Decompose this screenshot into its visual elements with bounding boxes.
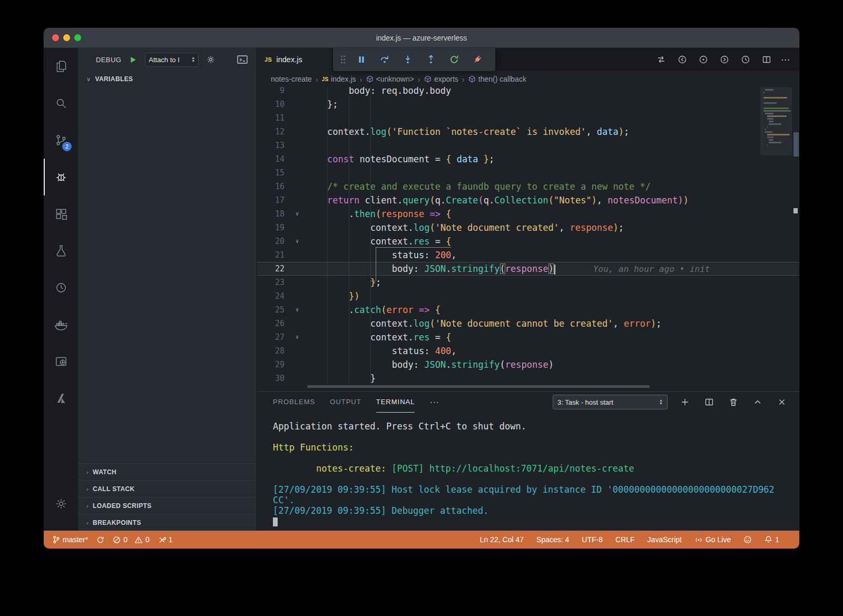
- gitlens-compare-icon[interactable]: [697, 53, 710, 66]
- fold-chevron-icon[interactable]: ∨: [289, 303, 306, 317]
- cursor-position[interactable]: Ln 22, Col 47: [480, 535, 524, 544]
- breadcrumb-item[interactable]: <unknown>: [366, 75, 414, 83]
- code-line[interactable]: 20∨ context.res = {: [257, 234, 799, 248]
- git-branch-indicator[interactable]: master*: [52, 535, 88, 544]
- code-line[interactable]: 11: [257, 111, 799, 125]
- line-content: const notesDocument = { data };: [306, 152, 494, 166]
- activity-docker[interactable]: [44, 306, 78, 343]
- language-mode[interactable]: JavaScript: [648, 535, 682, 544]
- debug-settings-gear-icon[interactable]: [206, 55, 215, 64]
- close-panel-icon[interactable]: [775, 395, 789, 409]
- code-line[interactable]: 16 /* create and execute a faundb query …: [257, 180, 799, 193]
- fold-chevron-icon[interactable]: ∨: [289, 207, 306, 221]
- notifications-bell[interactable]: 1: [764, 535, 779, 544]
- minimap[interactable]: [760, 87, 792, 391]
- activity-preview[interactable]: [44, 343, 78, 380]
- code-line[interactable]: 27∨ context.res = {: [257, 330, 799, 344]
- panel-tab-terminal[interactable]: TERMINAL: [376, 392, 415, 413]
- toolbar-drag-handle[interactable]: [336, 48, 350, 71]
- terminal-output[interactable]: Application started. Press Ctrl+C to shu…: [257, 413, 799, 531]
- panel-tab-output[interactable]: OUTPUT: [330, 392, 361, 413]
- sidebar-section-loaded-scripts[interactable]: ›LOADED SCRIPTS: [78, 497, 257, 514]
- start-debug-button[interactable]: [129, 55, 138, 64]
- fold-gutter: [289, 111, 306, 125]
- variables-section-header[interactable]: ∨ VARIABLES: [78, 71, 257, 87]
- activity-azure[interactable]: [44, 380, 78, 417]
- step-into-icon[interactable]: [396, 48, 419, 71]
- sync-changes-button[interactable]: [96, 536, 104, 544]
- code-editor[interactable]: 9 body: req.body.body10 };1112 context.l…: [257, 87, 799, 391]
- code-line[interactable]: 22 body: JSON.stringify(response)You, an…: [257, 262, 799, 276]
- horizontal-scrollbar[interactable]: [307, 385, 650, 388]
- code-line[interactable]: 18∨ .then(response => {: [257, 207, 799, 221]
- code-line[interactable]: 15: [257, 166, 799, 180]
- sidebar-section-call-stack[interactable]: ›CALL STACK: [78, 480, 257, 497]
- breadcrumb-item[interactable]: JSindex.js: [322, 75, 356, 83]
- eol-setting[interactable]: CRLF: [615, 535, 635, 544]
- debug-console-icon[interactable]: [237, 54, 248, 65]
- code-line[interactable]: 10 };: [257, 97, 799, 111]
- maximize-panel-icon[interactable]: [751, 395, 764, 409]
- step-over-icon[interactable]: [373, 48, 396, 71]
- tools-indicator[interactable]: 1: [158, 535, 173, 544]
- open-changes-icon[interactable]: [654, 53, 668, 66]
- step-out-icon[interactable]: [419, 48, 443, 71]
- scrollbar-thumb[interactable]: [793, 132, 799, 157]
- activity-extensions[interactable]: [44, 195, 78, 232]
- code-line[interactable]: 28 status: 400,: [257, 344, 799, 358]
- code-line[interactable]: 26 context.log('Note document cannot be …: [257, 317, 799, 330]
- activity-test[interactable]: [44, 232, 78, 269]
- terminal-selector-dropdown[interactable]: 3: Task - host start ▲▼: [553, 395, 668, 409]
- code-line[interactable]: 29 body: JSON.stringify(response): [257, 358, 799, 371]
- breadcrumb-item[interactable]: exports: [424, 75, 458, 83]
- code-line[interactable]: 17 return client.query(q.Create(q.Collec…: [257, 193, 799, 207]
- split-editor-icon[interactable]: [760, 53, 773, 66]
- debug-configuration-dropdown[interactable]: Attach to I ▲▼: [145, 53, 199, 67]
- split-terminal-icon[interactable]: [702, 395, 716, 409]
- disconnect-icon[interactable]: [466, 48, 489, 71]
- code-line[interactable]: 14 const notesDocument = { data };: [257, 152, 799, 166]
- code-line[interactable]: 24 }): [257, 289, 799, 303]
- line-number: 17: [257, 193, 289, 207]
- activity-explorer[interactable]: [44, 48, 78, 85]
- tab-index-js[interactable]: JS index.js: [257, 48, 332, 71]
- minimize-window-button[interactable]: [63, 34, 70, 41]
- code-line[interactable]: 23 };: [257, 276, 799, 289]
- panel-tab-problems[interactable]: PROBLEMS: [273, 392, 315, 413]
- breadcrumb-item[interactable]: then() callback: [468, 75, 526, 83]
- code-line[interactable]: 21 status: 200,: [257, 248, 799, 262]
- go-live-button[interactable]: Go Live: [694, 535, 731, 544]
- code-line[interactable]: 30 }: [257, 371, 799, 385]
- encoding-setting[interactable]: UTF-8: [582, 535, 603, 544]
- activity-debug[interactable]: [44, 159, 78, 195]
- fold-chevron-icon[interactable]: ∨: [289, 330, 306, 344]
- kill-terminal-trash-icon[interactable]: [727, 395, 740, 409]
- code-line[interactable]: 13: [257, 139, 799, 152]
- activity-search[interactable]: [44, 85, 78, 122]
- new-terminal-icon[interactable]: [678, 395, 692, 409]
- indentation-setting[interactable]: Spaces: 4: [536, 535, 569, 544]
- code-line[interactable]: 12 context.log('Function `notes-create` …: [257, 125, 799, 139]
- more-actions-icon[interactable]: ⋯: [781, 54, 790, 65]
- pause-icon[interactable]: [350, 48, 373, 71]
- activity-settings[interactable]: [44, 485, 78, 522]
- sidebar-section-breakpoints[interactable]: ›BREAKPOINTS: [78, 514, 257, 531]
- breadcrumb-item[interactable]: notes-create: [271, 75, 312, 83]
- feedback-smiley-button[interactable]: [743, 535, 752, 544]
- panel-more-icon[interactable]: ⋯: [429, 397, 438, 408]
- code-line[interactable]: 9 body: req.body.body: [257, 87, 799, 97]
- close-window-button[interactable]: [52, 34, 59, 41]
- next-change-icon[interactable]: [718, 53, 731, 66]
- code-line[interactable]: 25∨ .catch(error => {: [257, 303, 799, 317]
- vertical-scrollbar[interactable]: [793, 87, 799, 391]
- problems-indicator[interactable]: 0 0: [113, 535, 150, 544]
- restart-icon[interactable]: [443, 48, 466, 71]
- code-line[interactable]: 19 context.log('Note document created', …: [257, 221, 799, 234]
- activity-source-control[interactable]: 2: [44, 122, 78, 159]
- activity-history[interactable]: [44, 269, 78, 306]
- previous-change-icon[interactable]: [675, 53, 689, 66]
- fold-chevron-icon[interactable]: ∨: [289, 234, 306, 248]
- zoom-window-button[interactable]: [74, 34, 81, 41]
- timeline-icon[interactable]: [739, 53, 752, 66]
- sidebar-section-watch[interactable]: ›WATCH: [78, 463, 257, 480]
